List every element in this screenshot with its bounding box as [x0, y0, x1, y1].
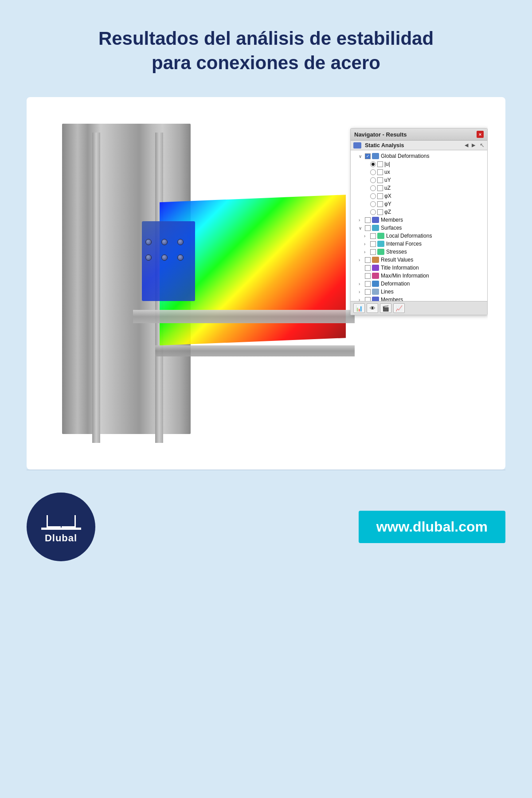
checkbox-uz[interactable] [377, 185, 383, 191]
tree-item-phix[interactable]: φX [351, 192, 487, 200]
maxmin-icon [372, 273, 379, 279]
radio-ux[interactable] [370, 169, 376, 175]
label-surfaces: Surfaces [381, 225, 402, 231]
tree-item-title-information[interactable]: › Title Information [351, 264, 487, 272]
checkbox-members-bottom[interactable] [365, 297, 371, 301]
surface-icon [372, 225, 379, 231]
chevron-surfaces: ∨ [359, 226, 364, 231]
nav-prev-arrow[interactable]: ◀ [464, 142, 469, 148]
main-content-card: Navigator - Results × Static Analysis ◀ … [27, 97, 505, 469]
checkbox-internal[interactable] [370, 241, 376, 247]
page-title: Resultados del análisis de estabilidad p… [0, 0, 532, 93]
tab-icon [353, 142, 361, 149]
label-uz: uZ [384, 185, 391, 191]
chevron-local: › [364, 234, 369, 239]
checkbox-uy[interactable] [377, 177, 383, 183]
radio-u[interactable] [370, 161, 376, 167]
tree-item-uz[interactable]: uZ [351, 184, 487, 192]
label-uy: uY [384, 177, 391, 183]
checkbox-lines[interactable] [365, 289, 371, 295]
chevron-internal: › [364, 242, 369, 246]
radio-phiy[interactable] [370, 201, 376, 207]
label-global-deformations: Global Deformations [381, 153, 429, 159]
shelf-plate-bottom [155, 345, 355, 356]
website-text: www.dlubal.com [376, 519, 488, 535]
3d-scene: Navigator - Results × Static Analysis ◀ … [44, 115, 488, 452]
logo-text: Dlubal [45, 532, 77, 544]
tree-item-internal-forces[interactable]: › Internal Forces [351, 240, 487, 248]
label-lines: Lines [381, 289, 394, 295]
navigator-tree: ∨ ✓ Global Deformations |u| ux [351, 150, 487, 301]
tree-item-maxmin[interactable]: › Max/Min Information [351, 272, 487, 280]
bolt [177, 239, 184, 245]
tree-item-phiy[interactable]: φY [351, 200, 487, 208]
navigator-tab-bar: Static Analysis ◀ ▶ ↖ [351, 141, 487, 150]
checkbox-phiz[interactable] [377, 209, 383, 215]
label-maxmin: Max/Min Information [381, 273, 429, 279]
tree-item-lines[interactable]: › Lines [351, 288, 487, 296]
checkbox-members[interactable] [365, 217, 371, 223]
nav-next-arrow[interactable]: ▶ [471, 142, 476, 148]
close-button[interactable]: × [477, 131, 484, 138]
navigator-toolbar: 📊 👁 🎬 📈 [351, 301, 487, 315]
navigator-panel: Navigator - Results × Static Analysis ◀ … [350, 128, 488, 315]
lines-icon [372, 289, 379, 295]
toolbar-graph-btn[interactable]: 📈 [393, 303, 405, 313]
checkbox-u[interactable] [377, 161, 383, 167]
website-badge[interactable]: www.dlubal.com [359, 511, 505, 543]
label-members-bottom: Members [381, 297, 403, 301]
toolbar-view-btn[interactable]: 👁 [367, 303, 378, 313]
checkbox-phiy[interactable] [377, 201, 383, 207]
radio-uy[interactable] [370, 177, 376, 183]
checkbox-local[interactable] [370, 233, 376, 239]
deform-icon [372, 153, 379, 159]
tree-item-result-values[interactable]: › Result Values [351, 256, 487, 264]
title-info-icon [372, 265, 379, 271]
toolbar-video-btn[interactable]: 🎬 [380, 303, 391, 313]
chevron-lines: › [359, 289, 364, 294]
checkbox-maxmin[interactable] [365, 273, 371, 279]
tree-item-stresses[interactable]: › Stresses [351, 248, 487, 256]
tree-item-uy[interactable]: uY [351, 176, 487, 184]
radio-uz[interactable] [370, 185, 376, 191]
chevron-members: › [359, 218, 364, 223]
checkbox-deformation[interactable] [365, 281, 371, 287]
label-phiz: φZ [384, 209, 391, 215]
checkbox-stresses[interactable] [370, 249, 376, 255]
tree-item-u[interactable]: |u| [351, 160, 487, 168]
label-internal-forces: Internal Forces [386, 241, 422, 247]
checkbox-global-deformations[interactable]: ✓ [365, 153, 371, 159]
tree-item-local-deformations[interactable]: › Local Deformations [351, 232, 487, 240]
label-members: Members [381, 217, 403, 223]
logo-circle: Dlubal [27, 493, 95, 561]
label-u: |u| [384, 161, 390, 167]
internal-forces-icon [377, 241, 384, 247]
tree-item-members[interactable]: › Members [351, 216, 487, 224]
bolt [145, 239, 152, 245]
tree-item-members-bottom[interactable]: › Members [351, 296, 487, 301]
divider [27, 469, 505, 470]
radio-phix[interactable] [370, 193, 376, 199]
members-bottom-icon [372, 297, 379, 301]
chevron-result: › [359, 258, 364, 262]
tree-item-phiz[interactable]: φZ [351, 208, 487, 216]
checkbox-ux[interactable] [377, 169, 383, 175]
tab-label[interactable]: Static Analysis [365, 142, 462, 149]
bolt [161, 254, 168, 261]
members-icon [372, 217, 379, 223]
checkbox-result[interactable] [365, 257, 371, 263]
cursor-icon: ↖ [480, 142, 485, 149]
tree-item-deformation[interactable]: › Deformation [351, 280, 487, 288]
chevron-stresses: › [364, 250, 369, 254]
result-values-icon [372, 257, 379, 263]
checkbox-surfaces[interactable] [365, 225, 371, 231]
checkbox-phix[interactable] [377, 193, 383, 199]
checkbox-title[interactable] [365, 265, 371, 271]
tree-item-ux[interactable]: ux [351, 168, 487, 176]
tree-item-global-deformations[interactable]: ∨ ✓ Global Deformations [351, 152, 487, 160]
tree-item-surfaces[interactable]: ∨ Surfaces [351, 224, 487, 232]
label-ux: ux [384, 169, 390, 175]
toolbar-chart-btn[interactable]: 📊 [353, 303, 365, 313]
deformation-icon [372, 281, 379, 287]
radio-phiz[interactable] [370, 209, 376, 215]
